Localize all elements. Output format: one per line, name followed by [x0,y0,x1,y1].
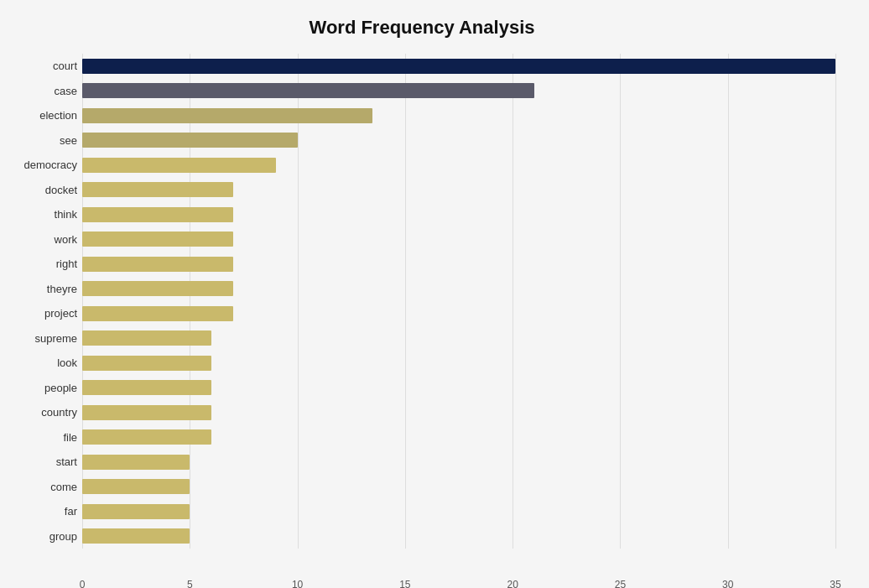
y-label: group [8,531,77,542]
x-tick: 35 [830,579,840,588]
bar [82,257,233,272]
y-label: docket [8,185,77,195]
bar-row [82,57,835,75]
grid-line [190,54,190,549]
bar-row [82,453,835,471]
bar [82,59,835,74]
grid-line [82,54,83,549]
bar [82,479,190,494]
bar-row [82,502,835,521]
bar-row [82,477,835,496]
y-label: far [8,506,77,517]
bar [82,83,534,98]
bar-row [82,354,835,372]
bar [82,182,233,197]
y-label: work [8,234,77,245]
y-label: democracy [8,159,77,170]
bar-row [82,329,835,347]
y-label: see [8,135,77,146]
chart-title: Word Frequency Analysis [8,17,835,39]
y-label: come [8,481,77,492]
bar [82,108,372,123]
bar [82,158,276,173]
y-label: project [8,308,77,319]
grid-line [513,54,513,549]
y-label: theyre [8,284,77,294]
bar-row [82,81,835,100]
bar [82,306,233,321]
y-label: look [8,357,77,368]
bar-row [82,180,835,199]
bar-row [82,107,835,125]
chart-area: courtcaseelectionseedemocracydocketthink… [8,54,835,549]
grid-line [728,54,729,549]
bar-row [82,230,835,248]
bar [82,504,190,519]
bar-row [82,527,835,545]
x-tick: 0 [80,579,86,588]
y-label: supreme [8,333,77,344]
x-tick: 30 [722,579,733,588]
y-label: country [8,407,77,418]
y-label: case [8,86,77,96]
bar [82,380,211,395]
y-label: election [8,110,77,121]
bar-row [82,206,835,224]
bar [82,405,211,420]
y-label: court [8,60,77,71]
bar [82,455,190,470]
bar [82,207,233,222]
x-tick: 25 [615,579,626,588]
x-tick: 15 [399,579,410,588]
y-label: file [8,432,77,443]
bar-row [82,378,835,397]
grid-line [405,54,406,549]
grid-line [835,54,836,549]
y-labels: courtcaseelectionseedemocracydocketthink… [8,54,82,549]
bar [82,528,190,544]
y-label: people [8,382,77,393]
bar [82,429,211,445]
x-tick: 5 [187,579,193,588]
bar-row [82,304,835,323]
grid-line [298,54,299,549]
y-label: think [8,209,77,220]
bar-row [82,255,835,273]
bar-row [82,428,835,446]
x-tick: 20 [507,579,518,588]
y-label: right [8,258,77,269]
bar [82,133,298,148]
bars-area: 05101520253035 [82,54,835,549]
bar [82,330,211,346]
bar [82,232,233,247]
bar [82,356,211,371]
chart-container: Word Frequency Analysis courtcaseelectio… [0,0,869,588]
grid-line [620,54,621,549]
bar [82,281,233,296]
bar-row [82,131,835,149]
bar-row [82,279,835,298]
bar-row [82,403,835,422]
bar-row [82,156,835,174]
y-label: start [8,456,77,467]
x-tick: 10 [292,579,303,588]
